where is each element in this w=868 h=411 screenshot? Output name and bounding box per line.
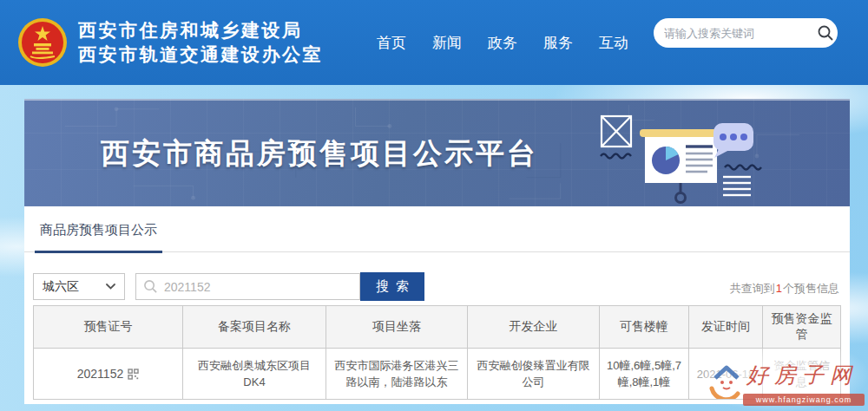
speech-bubble-icon (713, 123, 753, 158)
national-emblem-logo (17, 17, 68, 68)
cell-license-no: 2021152 (34, 349, 183, 400)
nav-item-government[interactable]: 政务 (488, 33, 517, 53)
col-license-no: 预售证号 (34, 306, 183, 349)
result-suffix: 个预售信息 (783, 282, 839, 295)
site-header: 西安市住房和城乡建设局 西安市轨道交通建设办公室 首页 新闻 政务 服务 互动 (0, 0, 868, 85)
result-count: 1 (775, 282, 783, 295)
org-title: 西安市住房和城乡建设局 西安市轨道交通建设办公室 (78, 18, 323, 67)
image-placeholder-icon (601, 116, 631, 159)
col-project-name: 备案项目名称 (183, 306, 326, 349)
nav-item-interaction[interactable]: 互动 (599, 33, 628, 53)
lines-decoration (723, 177, 751, 195)
district-select-value: 城六区 (43, 279, 79, 295)
org-title-line1: 西安市住房和城乡建设局 (78, 18, 323, 42)
col-issue-date: 发证时间 (689, 306, 763, 349)
search-icon (143, 279, 158, 294)
license-no: 2021152 (77, 367, 123, 381)
nav-item-home[interactable]: 首页 (377, 33, 406, 53)
col-fund-supervision: 预售资金监管 (763, 306, 841, 349)
main-nav: 首页 新闻 政务 服务 互动 (377, 33, 628, 53)
banner-illustration (593, 108, 775, 207)
cell-developer: 西安融创俊臻置业有限公司 (468, 349, 600, 400)
keyword-search-field (135, 273, 360, 300)
table-header-row: 预售证号 备案项目名称 项目坐落 开发企业 可售楼幢 发证时间 预售资金监管 (34, 306, 841, 349)
result-prefix: 共查询到 (730, 282, 775, 295)
banner-title: 西安市商品房预售项目公示平台 (101, 134, 538, 173)
presale-table: 预售证号 备案项目名称 项目坐落 开发企业 可售楼幢 发证时间 预售资金监管 2… (33, 305, 841, 400)
cell-location: 西安市国际港务区港兴三路以南，陆港路以东 (326, 349, 468, 400)
cell-fund-supervision-link[interactable]: 资金监管信息 (763, 349, 841, 400)
tab-presale-publicity[interactable]: 商品房预售项目公示 (35, 222, 162, 253)
banner: 西安市商品房预售项目公示平台 (24, 99, 850, 206)
col-buildings: 可售楼幢 (600, 306, 689, 349)
nav-item-services[interactable]: 服务 (543, 33, 573, 53)
result-summary: 共查询到1个预售信息 (730, 281, 839, 297)
cell-buildings: 10幢,6幢,5幢,7幢,8幢,1幢 (600, 349, 689, 400)
filter-bar: 城六区 搜索 共查询到1个预售信息 (24, 252, 850, 305)
search-icon[interactable] (817, 24, 834, 42)
content-card: 商品房预售项目公示 城六区 搜索 共查询到1个预售信息 (24, 206, 850, 404)
cell-issue-date: 2021-06-18 (689, 349, 763, 400)
page: 西安市住房和城乡建设局 西安市轨道交通建设办公室 首页 新闻 政务 服务 互动 (0, 0, 868, 411)
chevron-down-icon (106, 284, 115, 290)
nav-item-news[interactable]: 新闻 (432, 33, 462, 53)
org-title-line2: 西安市轨道交通建设办公室 (78, 42, 323, 67)
site-brand: 西安市住房和城乡建设局 西安市轨道交通建设办公室 (17, 17, 323, 68)
table-row: 2021152 西安融创奥城东区项目DK4 西安市国际港务区港兴三路以南，陆港路… (34, 349, 841, 400)
qr-code-icon[interactable] (128, 369, 139, 380)
site-search (654, 18, 838, 48)
keyword-input[interactable] (164, 280, 352, 294)
col-location: 项目坐落 (326, 306, 468, 349)
district-select[interactable]: 城六区 (33, 273, 125, 300)
site-search-input[interactable] (664, 27, 817, 40)
search-button[interactable]: 搜索 (360, 272, 424, 301)
squiggle-decoration (725, 166, 761, 170)
presentation-board-icon (640, 129, 721, 203)
cell-project-name: 西安融创奥城东区项目DK4 (183, 349, 326, 400)
tab-bar: 商品房预售项目公示 (24, 206, 850, 252)
col-developer: 开发企业 (468, 306, 600, 349)
